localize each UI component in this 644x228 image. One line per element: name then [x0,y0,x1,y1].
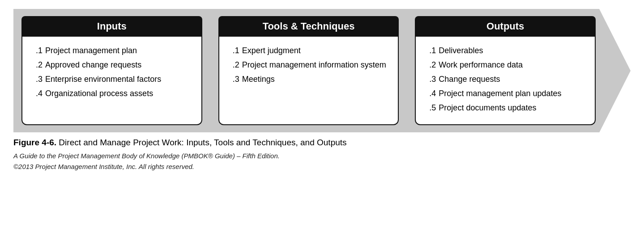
outputs-list: .1Deliverables .2Work performance data .… [425,45,586,114]
list-item: .1Expert judgment [228,45,389,56]
tools-header: Tools & Techniques [218,16,399,37]
outputs-body: .1Deliverables .2Work performance data .… [415,37,596,125]
tools-body: .1Expert judgment .2Project management i… [218,37,399,125]
diagram-outer: Inputs .1Project management plan .2Appro… [13,9,631,132]
item-num: .2 [429,60,436,69]
tools-list: .1Expert judgment .2Project management i… [228,45,389,85]
inputs-column: Inputs .1Project management plan .2Appro… [21,16,202,125]
outputs-header: Outputs [415,16,596,37]
list-item: .2Project management information system [228,59,389,71]
arrow-tip-spacer [604,16,631,125]
list-item: .5Project documents updates [425,102,586,114]
item-num: .4 [36,89,43,98]
item-num: .1 [233,46,239,55]
caption-text: Direct and Manage Project Work: Inputs, … [56,138,347,147]
inputs-header: Inputs [21,16,202,37]
list-item: .1Deliverables [425,45,586,56]
list-item: .3Meetings [228,73,389,85]
item-num: .4 [429,89,436,98]
list-item: .2Approved change requests [31,59,192,71]
tools-column: Tools & Techniques .1Expert judgment .2P… [218,16,399,125]
figure-caption: Figure 4-6. Direct and Manage Project Wo… [13,137,631,149]
list-item: .4Project management plan updates [425,88,586,99]
inputs-body: .1Project management plan .2Approved cha… [21,37,202,125]
item-num: .1 [429,46,436,55]
item-num: .2 [36,60,43,69]
caption-bold: Figure 4-6. [13,138,56,147]
list-item: .1Project management plan [31,45,192,56]
source-text: A Guide to the Project Management Body o… [13,151,631,172]
list-item: .2Work performance data [425,59,586,71]
item-num: .2 [233,60,239,69]
item-num: .3 [429,75,436,84]
source-line-2: ©2013 Project Management Institute, Inc.… [13,161,631,172]
source-line-1: A Guide to the Project Management Body o… [13,151,631,161]
list-item: .4Organizational process assets [31,88,192,99]
outputs-column: Outputs .1Deliverables .2Work performanc… [415,16,596,125]
item-num: .1 [36,46,43,55]
list-item: .3Change requests [425,73,586,85]
item-num: .3 [36,75,43,84]
item-num: .3 [233,75,239,84]
columns-wrapper: Inputs .1Project management plan .2Appro… [13,9,631,132]
list-item: .3Enterprise environmental factors [31,73,192,85]
item-num: .5 [429,103,436,112]
inputs-list: .1Project management plan .2Approved cha… [31,45,192,99]
